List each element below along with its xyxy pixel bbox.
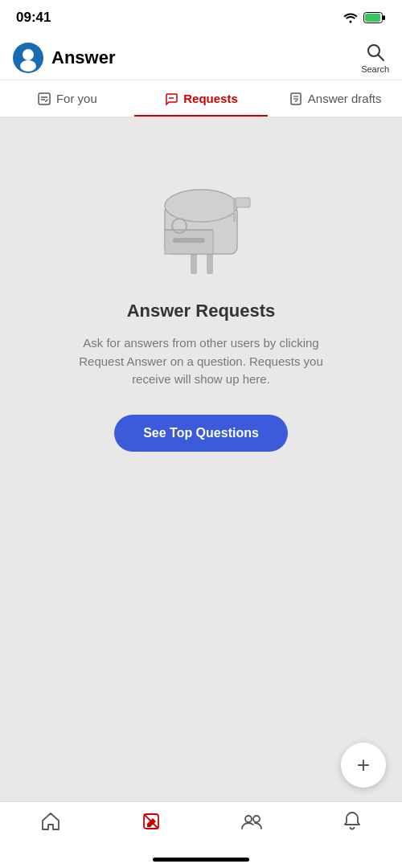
tab-for-you-label: For you [56, 92, 97, 105]
nav-write[interactable] [100, 810, 201, 833]
app-header: Answer Search [0, 35, 402, 80]
svg-point-30 [253, 816, 260, 822]
main-content: Answer Requests Ask for answers from oth… [0, 117, 402, 801]
search-label: Search [361, 64, 389, 74]
status-bar: 09:41 [0, 0, 402, 35]
svg-point-4 [23, 49, 34, 60]
nav-community[interactable] [201, 810, 302, 833]
header-left: Answer [13, 43, 115, 73]
tab-answer-drafts[interactable]: Answer drafts [268, 80, 402, 117]
svg-rect-8 [39, 93, 50, 104]
home-icon [39, 810, 62, 833]
see-top-questions-button[interactable]: See Top Questions [114, 415, 288, 452]
empty-state-description: Ask for answers from other users by clic… [72, 334, 330, 389]
draft-icon [289, 92, 303, 106]
tab-for-you[interactable]: For you [0, 80, 134, 117]
community-icon [240, 810, 263, 833]
fab-icon: + [357, 752, 370, 778]
svg-point-13 [172, 97, 174, 99]
status-icons [343, 12, 386, 23]
svg-point-12 [170, 97, 172, 99]
svg-rect-2 [383, 15, 385, 20]
svg-point-11 [169, 97, 170, 99]
app-title: Answer [51, 47, 115, 68]
search-icon [365, 42, 386, 63]
svg-rect-23 [173, 238, 205, 243]
app-logo [13, 43, 43, 73]
write-icon [140, 810, 162, 833]
fab-button[interactable]: + [341, 743, 386, 788]
svg-rect-26 [236, 198, 250, 207]
tab-requests-label: Requests [183, 92, 238, 105]
svg-line-7 [378, 55, 384, 60]
edit-icon [37, 92, 51, 106]
bell-icon [341, 810, 363, 833]
tab-requests[interactable]: Requests [134, 80, 269, 117]
svg-point-20 [165, 190, 237, 222]
nav-home[interactable] [0, 810, 100, 833]
battery-icon [363, 12, 386, 23]
svg-point-5 [20, 60, 36, 72]
tab-answer-drafts-label: Answer drafts [308, 92, 382, 105]
status-time: 09:41 [16, 10, 51, 26]
svg-point-29 [245, 816, 252, 822]
nav-notifications[interactable] [302, 810, 402, 833]
chat-icon [164, 92, 178, 106]
mailbox-illustration [149, 166, 253, 281]
search-button[interactable]: Search [361, 42, 389, 74]
empty-state-title: Answer Requests [127, 301, 276, 321]
svg-rect-1 [365, 14, 380, 22]
tabs-bar: For you Requests Answer drafts [0, 80, 402, 117]
wifi-icon [343, 12, 359, 23]
home-indicator [153, 858, 249, 862]
